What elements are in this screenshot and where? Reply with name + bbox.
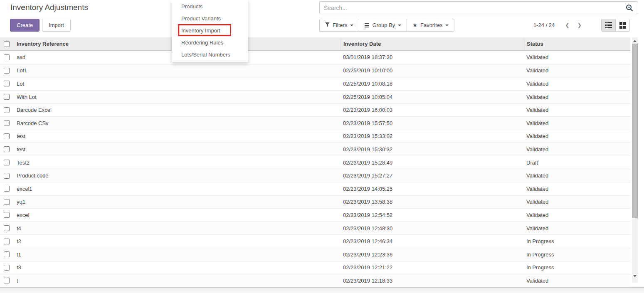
create-button[interactable]: Create xyxy=(10,19,39,32)
row-checkbox[interactable] xyxy=(4,251,10,257)
table-row[interactable]: Test2 02/23/2019 15:28:49 Draft xyxy=(0,156,630,169)
row-checkbox[interactable] xyxy=(4,186,10,192)
cell-inventory-date[interactable]: 02/23/2019 12:46:34 xyxy=(341,238,524,244)
cell-status[interactable]: Validated xyxy=(524,67,630,74)
search-icon[interactable] xyxy=(625,4,634,12)
cell-status[interactable]: Validated xyxy=(524,172,630,179)
vertical-scrollbar[interactable] xyxy=(632,37,638,283)
row-checkbox[interactable] xyxy=(4,239,10,244)
row-checkbox[interactable] xyxy=(4,160,10,165)
scrollbar-thumb[interactable] xyxy=(632,44,638,218)
cell-inventory-reference[interactable]: With Lot xyxy=(15,94,341,100)
table-row[interactable]: t3 02/23/2019 12:21:22 In Progress xyxy=(0,261,630,274)
cell-inventory-reference[interactable]: excel1 xyxy=(15,186,341,192)
cell-inventory-date[interactable]: 02/23/2019 14:05:25 xyxy=(341,186,524,192)
cell-inventory-date[interactable]: 02/23/2019 13:58:38 xyxy=(341,199,524,205)
cell-inventory-date[interactable]: 02/23/2019 15:28:49 xyxy=(341,160,524,166)
cell-inventory-reference[interactable]: Product code xyxy=(15,172,341,179)
row-checkbox[interactable] xyxy=(4,68,10,74)
cell-inventory-reference[interactable]: t1 xyxy=(15,251,341,258)
cell-status[interactable]: Validated xyxy=(524,225,630,231)
cell-inventory-date[interactable]: 02/23/2019 16:00:03 xyxy=(341,107,524,113)
cell-inventory-reference[interactable]: test xyxy=(15,146,341,153)
favorites-button[interactable]: ★ Favorites xyxy=(407,19,454,32)
cell-inventory-reference[interactable]: test xyxy=(15,133,341,139)
row-checkbox[interactable] xyxy=(4,278,10,283)
cell-inventory-reference[interactable]: yq1 xyxy=(15,199,341,205)
dropdown-item-product-variants[interactable]: Product Variants xyxy=(172,12,248,25)
row-checkbox[interactable] xyxy=(4,120,10,126)
cell-inventory-reference[interactable]: t3 xyxy=(15,264,341,271)
cell-inventory-reference[interactable]: Test2 xyxy=(15,160,341,166)
cell-inventory-date[interactable]: 02/23/2019 12:54:52 xyxy=(341,212,524,218)
cell-status[interactable]: In Progress xyxy=(524,264,630,271)
table-row[interactable]: Lot 02/25/2019 10:08:18 Validated xyxy=(0,77,630,90)
cell-status[interactable]: Validated xyxy=(524,146,630,153)
column-header-status[interactable]: Status xyxy=(524,37,630,50)
cell-status[interactable]: Validated xyxy=(524,54,630,60)
table-row[interactable]: test 02/23/2019 15:33:02 Validated xyxy=(0,130,630,143)
cell-inventory-date[interactable]: 02/23/2019 12:18:33 xyxy=(341,278,524,284)
row-checkbox[interactable] xyxy=(4,54,10,60)
row-checkbox[interactable] xyxy=(4,199,10,205)
row-checkbox[interactable] xyxy=(4,212,10,218)
table-row[interactable]: asd 03/01/2019 18:37:30 Validated xyxy=(0,51,630,64)
table-row[interactable]: t1 02/23/2019 12:23:36 In Progress xyxy=(0,248,630,261)
dropdown-item-products[interactable]: Products xyxy=(172,0,248,12)
table-row[interactable]: t4 02/23/2019 12:48:30 Validated xyxy=(0,222,630,235)
table-row[interactable]: With Lot 02/25/2019 10:05:04 Validated xyxy=(0,90,630,103)
cell-inventory-date[interactable]: 02/23/2019 15:57:50 xyxy=(341,120,524,126)
group-by-button[interactable]: Group By xyxy=(359,19,407,32)
cell-inventory-date[interactable]: 02/23/2019 12:21:22 xyxy=(341,264,524,271)
cell-status[interactable]: Validated xyxy=(524,120,630,126)
scroll-down-arrow-icon[interactable] xyxy=(632,273,638,279)
cell-inventory-reference[interactable]: excel xyxy=(15,212,341,218)
table-row[interactable]: t 02/23/2019 12:18:33 Validated xyxy=(0,274,630,287)
row-checkbox[interactable] xyxy=(4,94,10,100)
cell-inventory-date[interactable]: 02/25/2019 10:08:18 xyxy=(341,81,524,87)
cell-inventory-date[interactable]: 03/01/2019 18:37:30 xyxy=(341,54,524,60)
table-row[interactable]: Lot1 02/25/2019 10:10:00 Validated xyxy=(0,64,630,77)
cell-status[interactable]: Validated xyxy=(524,81,630,87)
cell-inventory-date[interactable]: 02/23/2019 15:30:32 xyxy=(341,146,524,153)
cell-inventory-reference[interactable]: Lot1 xyxy=(15,67,341,74)
row-checkbox[interactable] xyxy=(4,225,10,231)
cell-status[interactable]: Validated xyxy=(524,94,630,100)
row-checkbox[interactable] xyxy=(4,107,10,113)
cell-status[interactable]: In Progress xyxy=(524,251,630,258)
row-checkbox[interactable] xyxy=(4,133,10,139)
table-row[interactable]: Product code 02/23/2019 15:27:27 Validat… xyxy=(0,169,630,182)
table-row[interactable]: t2 02/23/2019 12:46:34 In Progress xyxy=(0,234,630,248)
cell-inventory-reference[interactable]: Barcode Excel xyxy=(15,107,341,113)
table-row[interactable]: excel1 02/23/2019 14:05:25 Validated xyxy=(0,182,630,195)
row-checkbox[interactable] xyxy=(4,173,10,179)
scroll-up-arrow-icon[interactable] xyxy=(632,38,638,44)
cell-inventory-reference[interactable]: t2 xyxy=(15,238,341,244)
table-row[interactable]: Barcode Excel 02/23/2019 16:00:03 Valida… xyxy=(0,103,630,116)
kanban-view-button[interactable] xyxy=(615,19,630,32)
cell-status[interactable]: Validated xyxy=(524,199,630,205)
dropdown-item-inventory-import[interactable]: Inventory Import xyxy=(172,25,248,37)
row-checkbox[interactable] xyxy=(4,265,10,271)
cell-inventory-reference[interactable]: t xyxy=(15,278,341,284)
dropdown-item-lots-serial-numbers[interactable]: Lots/Serial Numbers xyxy=(172,49,248,61)
table-row[interactable]: excel 02/23/2019 12:54:52 Validated xyxy=(0,208,630,222)
cell-status[interactable]: Draft xyxy=(524,160,630,166)
cell-status[interactable]: Validated xyxy=(524,107,630,113)
row-checkbox[interactable] xyxy=(4,146,10,152)
cell-inventory-date[interactable]: 02/25/2019 10:10:00 xyxy=(341,67,524,74)
cell-inventory-reference[interactable]: t4 xyxy=(15,225,341,231)
cell-inventory-reference[interactable]: Barcode CSv xyxy=(15,120,341,126)
cell-inventory-date[interactable]: 02/23/2019 12:23:36 xyxy=(341,251,524,258)
filters-button[interactable]: Filters xyxy=(319,19,359,32)
cell-inventory-date[interactable]: 02/25/2019 10:05:04 xyxy=(341,94,524,100)
table-row[interactable]: Barcode CSv 02/23/2019 15:57:50 Validate… xyxy=(0,116,630,130)
cell-status[interactable]: In Progress xyxy=(524,238,630,244)
cell-status[interactable]: Validated xyxy=(524,212,630,218)
cell-inventory-date[interactable]: 02/23/2019 15:27:27 xyxy=(341,172,524,179)
column-header-inventory-date[interactable]: Inventory Date xyxy=(341,37,524,50)
list-view-button[interactable] xyxy=(601,19,616,32)
select-all-checkbox[interactable] xyxy=(4,41,10,47)
import-button[interactable]: Import xyxy=(42,19,71,32)
cell-inventory-date[interactable]: 02/23/2019 12:48:30 xyxy=(341,225,524,231)
